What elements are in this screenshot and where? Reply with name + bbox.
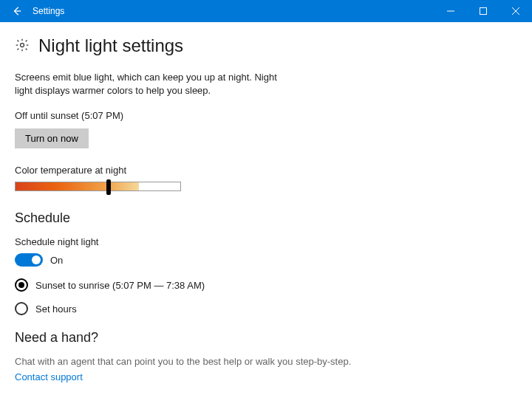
page-description: Screens emit blue light, which can keep … bbox=[15, 71, 281, 97]
svg-point-4 bbox=[21, 43, 24, 47]
status-text: Off until sunset (5:07 PM) bbox=[15, 110, 517, 121]
schedule-toggle-row: On bbox=[15, 253, 517, 267]
maximize-button[interactable] bbox=[467, 0, 499, 22]
slider-remainder bbox=[139, 182, 180, 190]
toggle-knob bbox=[32, 255, 41, 264]
radio-icon-unchecked bbox=[15, 302, 28, 315]
titlebar: Settings bbox=[0, 0, 532, 22]
page-title: Night light settings bbox=[38, 35, 183, 56]
radio-sunset-to-sunrise[interactable]: Sunset to sunrise (5:07 PM — 7:38 AM) bbox=[15, 278, 517, 292]
close-button[interactable] bbox=[499, 0, 532, 22]
radio-sunset-label: Sunset to sunrise (5:07 PM — 7:38 AM) bbox=[35, 280, 205, 291]
app-title: Settings bbox=[33, 6, 64, 16]
back-button[interactable] bbox=[6, 0, 28, 22]
color-temp-label: Color temperature at night bbox=[15, 165, 517, 176]
slider-thumb[interactable] bbox=[106, 179, 111, 195]
minimize-icon bbox=[447, 7, 454, 15]
close-icon bbox=[512, 7, 519, 15]
minimize-button[interactable] bbox=[434, 0, 467, 22]
color-temp-slider-wrap bbox=[15, 182, 517, 191]
radio-set-hours-label: Set hours bbox=[35, 303, 77, 315]
radio-set-hours[interactable]: Set hours bbox=[15, 302, 517, 315]
schedule-heading: Schedule bbox=[15, 210, 517, 226]
window-controls bbox=[434, 0, 532, 22]
contact-support-link[interactable]: Contact support bbox=[15, 371, 517, 382]
page-content: Night light settings Screens emit blue l… bbox=[0, 22, 532, 397]
maximize-icon bbox=[480, 7, 487, 15]
help-description: Chat with an agent that can point you to… bbox=[15, 356, 517, 367]
page-header: Night light settings bbox=[15, 35, 517, 56]
gear-icon bbox=[15, 38, 30, 55]
help-heading: Need a hand? bbox=[15, 330, 517, 346]
turn-on-now-button[interactable]: Turn on now bbox=[15, 128, 89, 148]
color-temp-slider[interactable] bbox=[15, 182, 181, 191]
svg-rect-1 bbox=[480, 8, 487, 15]
schedule-toggle-label: Schedule night light bbox=[15, 236, 517, 247]
back-arrow-icon bbox=[12, 6, 22, 16]
radio-icon-checked bbox=[15, 278, 28, 292]
help-section: Need a hand? Chat with an agent that can… bbox=[15, 330, 517, 382]
schedule-toggle[interactable] bbox=[15, 253, 43, 267]
toggle-state-label: On bbox=[50, 255, 63, 266]
